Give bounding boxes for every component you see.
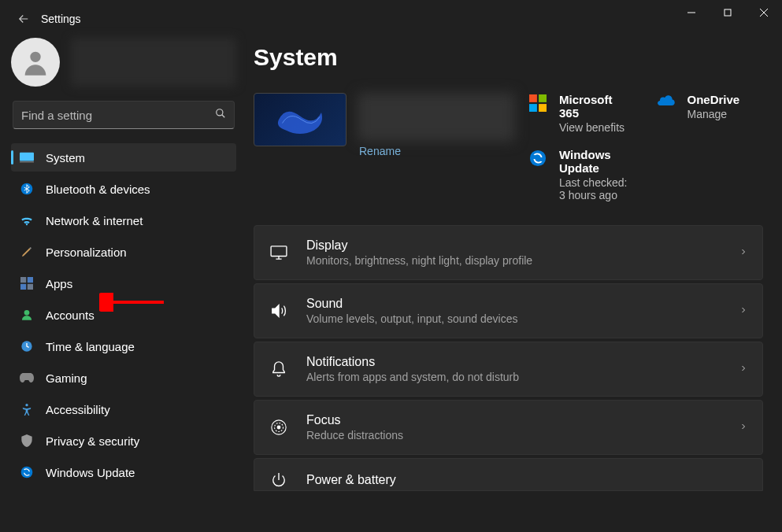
accounts-icon [19, 307, 35, 323]
nav-item-personalization[interactable]: Personalization [11, 238, 236, 266]
apps-icon [19, 275, 35, 291]
update-icon [19, 464, 35, 480]
profile-info-redacted [71, 38, 236, 87]
svg-point-12 [25, 404, 28, 406]
profile-area[interactable] [11, 38, 236, 87]
bluetooth-icon [19, 181, 35, 197]
caption-buttons [673, 0, 782, 38]
nav-label: Time & language [46, 340, 135, 353]
chevron-right-icon [739, 420, 748, 434]
chevron-right-icon [739, 362, 748, 376]
svg-point-18 [530, 150, 546, 166]
svg-point-22 [277, 426, 280, 429]
row-power[interactable]: Power & battery [254, 458, 763, 491]
nav-item-system[interactable]: System [11, 143, 236, 172]
nav-item-accounts[interactable]: Accounts [11, 301, 236, 329]
svg-point-13 [21, 467, 33, 478]
close-button[interactable] [746, 0, 782, 25]
search-box[interactable] [13, 101, 235, 129]
tile-microsoft365[interactable]: Microsoft 365 View benefits [529, 93, 636, 134]
nav-item-apps[interactable]: Apps [11, 269, 236, 297]
system-icon [19, 150, 35, 165]
maximize-button[interactable] [710, 0, 746, 25]
nav-item-time[interactable]: Time & language [11, 332, 236, 360]
search-input[interactable] [21, 109, 215, 122]
nav-item-privacy[interactable]: Privacy & security [11, 427, 236, 455]
accessibility-icon [19, 401, 35, 417]
chevron-right-icon [739, 304, 748, 318]
row-title: Power & battery [306, 473, 748, 487]
svg-point-10 [24, 310, 30, 316]
nav-list: System Bluetooth & devices Network & int… [11, 143, 236, 486]
header-tiles: Microsoft 365 View benefits OneDrive Man… [529, 93, 763, 201]
network-icon [19, 212, 35, 228]
nav-label: System [46, 151, 85, 164]
system-header: Rename Microsoft 365 View benefits [254, 93, 763, 201]
svg-rect-15 [539, 94, 547, 102]
nav-item-network[interactable]: Network & internet [11, 206, 236, 235]
row-sub: Volume levels, output, input, sound devi… [306, 312, 739, 325]
back-button[interactable] [14, 9, 33, 28]
row-sound[interactable]: Sound Volume levels, output, input, soun… [254, 283, 763, 338]
titlebar: Settings [0, 0, 782, 38]
nav-item-bluetooth[interactable]: Bluetooth & devices [11, 175, 236, 203]
svg-rect-0 [725, 9, 731, 16]
main-content: System Rename [244, 38, 782, 532]
avatar [11, 38, 60, 87]
svg-point-1 [30, 52, 40, 62]
chevron-right-icon [739, 246, 748, 260]
row-notifications[interactable]: Notifications Alerts from apps and syste… [254, 342, 763, 397]
personalization-icon [19, 244, 35, 260]
sidebar: System Bluetooth & devices Network & int… [0, 38, 244, 532]
nav-label: Gaming [46, 371, 87, 385]
svg-rect-16 [529, 104, 537, 112]
tile-sub: View benefits [559, 121, 636, 134]
power-icon [269, 470, 289, 490]
device-picture [254, 93, 347, 146]
search-icon [215, 108, 226, 122]
display-icon [269, 242, 289, 263]
tile-title: OneDrive [687, 93, 740, 106]
svg-rect-14 [529, 94, 537, 102]
svg-rect-19 [271, 246, 287, 257]
nav-label: Accounts [46, 308, 95, 322]
svg-rect-4 [20, 161, 34, 162]
row-focus[interactable]: Focus Reduce distractions [254, 400, 763, 455]
settings-list: Display Monitors, brightness, night ligh… [254, 225, 763, 491]
tile-windows-update[interactable]: Windows Update Last checked: 3 hours ago [529, 148, 636, 201]
time-icon [19, 338, 35, 354]
nav-label: Bluetooth & devices [46, 183, 150, 196]
device-info-redacted [358, 93, 515, 142]
nav-label: Personalization [46, 246, 127, 259]
tile-sub: Last checked: 3 hours ago [559, 176, 636, 201]
svg-point-2 [217, 109, 223, 116]
svg-rect-3 [20, 153, 34, 161]
app-title: Settings [41, 13, 673, 25]
nav-item-gaming[interactable]: Gaming [11, 364, 236, 392]
row-display[interactable]: Display Monitors, brightness, night ligh… [254, 225, 763, 280]
row-title: Display [306, 238, 739, 253]
tile-onedrive[interactable]: OneDrive Manage [658, 93, 764, 134]
row-sub: Monitors, brightness, night light, displ… [306, 254, 739, 267]
minimize-button[interactable] [673, 0, 710, 25]
svg-rect-6 [20, 277, 26, 283]
gaming-icon [19, 370, 35, 386]
row-title: Notifications [306, 355, 739, 369]
nav-label: Accessibility [46, 403, 110, 416]
rename-link[interactable]: Rename [359, 145, 515, 157]
onedrive-icon [658, 94, 676, 113]
page-title: System [254, 44, 763, 71]
notifications-icon [269, 359, 289, 379]
windows-update-icon [529, 150, 548, 168]
tile-title: Windows Update [559, 148, 636, 175]
device-block: Rename [254, 93, 515, 201]
svg-rect-7 [28, 277, 33, 283]
svg-rect-17 [539, 104, 547, 112]
svg-rect-9 [28, 284, 33, 290]
nav-label: Network & internet [46, 214, 143, 227]
nav-item-accessibility[interactable]: Accessibility [11, 395, 236, 423]
row-sub: Alerts from apps and system, do not dist… [306, 371, 739, 383]
nav-label: Privacy & security [46, 434, 139, 448]
microsoft365-icon [529, 94, 548, 113]
nav-item-update[interactable]: Windows Update [11, 458, 236, 486]
